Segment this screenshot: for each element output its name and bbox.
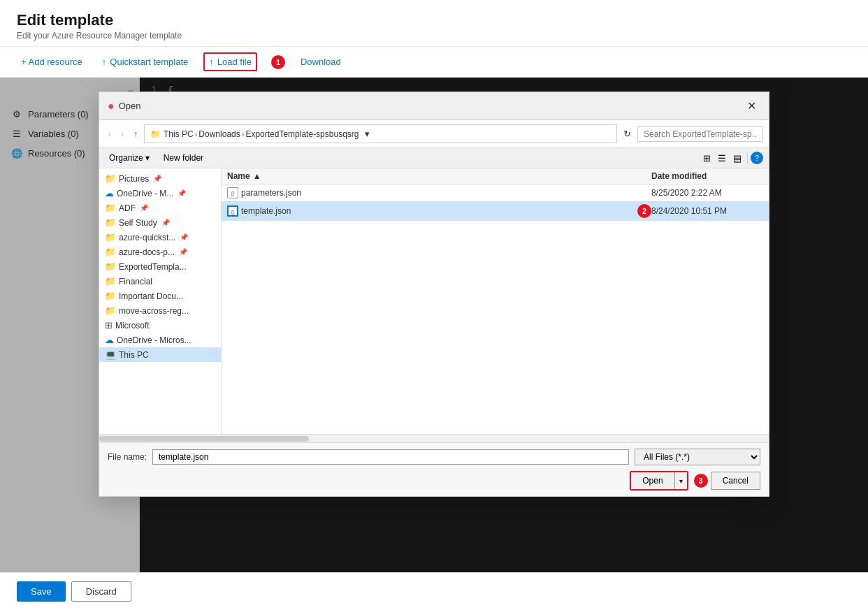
file-name-template: template.json bbox=[241, 206, 635, 216]
step-1-badge: 1 bbox=[271, 55, 285, 69]
view-divider bbox=[747, 152, 748, 164]
path-part-1[interactable]: This PC bbox=[164, 129, 194, 139]
scrollbar-thumb bbox=[99, 436, 309, 442]
add-resource-button[interactable]: + Add resource bbox=[17, 54, 87, 70]
address-dropdown-button[interactable]: ▾ bbox=[362, 127, 372, 140]
dialog-actions: Open ▾ 3 Cancel bbox=[108, 471, 760, 491]
upload-icon: ↑ bbox=[102, 57, 107, 67]
open-button[interactable]: Open bbox=[631, 472, 674, 489]
file-name-parameters: parameters.json bbox=[241, 188, 651, 198]
load-file-button[interactable]: ↑ Load file bbox=[203, 52, 257, 71]
folder-icon-financial: 📁 bbox=[105, 276, 116, 286]
dialog-close-button[interactable]: ✕ bbox=[743, 98, 760, 114]
cancel-button[interactable]: Cancel bbox=[711, 472, 760, 490]
file-toolbar: Organize ▾ New folder ⊞ ☰ ▤ ? bbox=[99, 148, 769, 168]
nav-item-important-docs[interactable]: 📁 Important Docu... bbox=[99, 289, 221, 303]
folder-icon: 📁 bbox=[150, 129, 161, 139]
nav-up-button[interactable]: ↑ bbox=[130, 127, 141, 141]
nav-item-adf[interactable]: 📁 ADF 📌 bbox=[99, 201, 221, 215]
step-3-badge: 3 bbox=[694, 474, 708, 488]
folder-icon-azuredocs: 📁 bbox=[105, 247, 116, 257]
discard-button[interactable]: Discard bbox=[71, 581, 131, 602]
sort-icon: ▲ bbox=[253, 171, 261, 181]
view-grid-button[interactable]: ⊞ bbox=[700, 152, 714, 165]
folder-icon-pictures: 📁 bbox=[105, 173, 116, 184]
nav-back-button[interactable]: ‹ bbox=[105, 127, 115, 141]
main-toolbar: + Add resource ↑ Quickstart template ↑ L… bbox=[0, 47, 868, 78]
content-area: « ⚙ Parameters (0) ☰ Variables (0) 🌐 Res… bbox=[0, 78, 868, 572]
path-part-2[interactable]: Downloads bbox=[198, 129, 240, 139]
view-list-button[interactable]: ☰ bbox=[715, 152, 729, 165]
filename-row: File name: All Files (*.*) bbox=[108, 449, 760, 465]
view-details-button[interactable]: ▤ bbox=[730, 152, 744, 165]
folder-icon-adf: 📁 bbox=[105, 203, 116, 213]
address-bar-row: ‹ › ↑ 📁 This PC › Downloads › ExportedTe… bbox=[99, 120, 769, 148]
dialog-title-text: ● Open bbox=[108, 100, 140, 112]
folder-icon-moveacross: 📁 bbox=[105, 305, 116, 316]
nav-item-azure-quickst[interactable]: 📁 azure-quickst... 📌 bbox=[99, 230, 221, 245]
pin-icon-azurequickst: 📌 bbox=[180, 233, 188, 241]
nav-item-this-pc[interactable]: 💻 This PC bbox=[99, 347, 221, 362]
pin-icon-pictures: 📌 bbox=[153, 175, 161, 182]
date-column-header[interactable]: Date modified bbox=[651, 171, 763, 181]
nav-item-onedrive-m[interactable]: ☁ OneDrive - M... 📌 bbox=[99, 186, 221, 201]
pc-icon: 💻 bbox=[105, 349, 116, 360]
nav-item-financial[interactable]: 📁 Financial bbox=[99, 274, 221, 289]
file-nav-pane: 📁 Pictures 📌 ☁ OneDrive - M... 📌 📁 ADF bbox=[99, 168, 222, 434]
nav-item-microsoft[interactable]: ⊞ Microsoft bbox=[99, 318, 221, 333]
page-title: Edit template bbox=[17, 11, 851, 29]
file-browser-body: 📁 Pictures 📌 ☁ OneDrive - M... 📌 📁 ADF bbox=[99, 168, 769, 434]
dialog-bottom: File name: All Files (*.*) Open ▾ 3 Canc… bbox=[99, 442, 769, 496]
page-footer: Save Discard bbox=[0, 572, 868, 610]
files-pane: Name ▲ Date modified {} parameters.json … bbox=[222, 168, 769, 434]
file-icon-parameters: {} bbox=[227, 187, 241, 198]
nav-forward-button[interactable]: › bbox=[117, 127, 127, 141]
new-folder-button[interactable]: New folder bbox=[159, 151, 208, 165]
help-button[interactable]: ? bbox=[751, 152, 763, 164]
path-part-3[interactable]: ExportedTemplate-spsbusqsrg bbox=[245, 129, 359, 139]
open-dropdown-button[interactable]: ▾ bbox=[675, 474, 687, 488]
file-date-template: 8/24/2020 10:51 PM bbox=[651, 206, 763, 216]
folder-icon-azurequickst: 📁 bbox=[105, 232, 116, 242]
dialog-overlay: ● Open ✕ ‹ › ↑ 📁 This PC › Dow bbox=[0, 78, 868, 572]
name-column-header[interactable]: Name ▲ bbox=[227, 171, 651, 181]
save-button[interactable]: Save bbox=[17, 581, 66, 602]
file-icon-template: {} bbox=[227, 205, 241, 217]
page-subtitle: Edit your Azure Resource Manager templat… bbox=[17, 31, 851, 41]
quickstart-button[interactable]: ↑ Quickstart template bbox=[98, 54, 193, 70]
path-sep-2: › bbox=[242, 130, 245, 138]
refresh-button[interactable]: ↻ bbox=[620, 126, 635, 141]
nav-item-exportedtempl[interactable]: 📁 ExportedTempla... bbox=[99, 259, 221, 274]
download-button[interactable]: Download bbox=[296, 54, 345, 70]
filename-input[interactable] bbox=[152, 449, 629, 465]
open-file-dialog: ● Open ✕ ‹ › ↑ 📁 This PC › Dow bbox=[99, 92, 769, 497]
open-button-group: Open ▾ bbox=[630, 471, 688, 491]
nav-item-azure-docs[interactable]: 📁 azure-docs-p... 📌 bbox=[99, 245, 221, 259]
organize-button[interactable]: Organize ▾ bbox=[105, 151, 154, 165]
pin-icon-adf: 📌 bbox=[140, 204, 148, 212]
nav-item-move-across[interactable]: 📁 move-across-reg... bbox=[99, 303, 221, 318]
nav-item-self-study[interactable]: 📁 Self Study 📌 bbox=[99, 215, 221, 230]
onedrive-icon-m: ☁ bbox=[105, 188, 114, 198]
microsoft-icon: ⊞ bbox=[105, 320, 113, 331]
upload-icon-2: ↑ bbox=[209, 57, 214, 67]
file-row-parameters[interactable]: {} parameters.json 8/25/2020 2:22 AM bbox=[222, 184, 769, 201]
nav-item-onedrive-ms[interactable]: ☁ OneDrive - Micros... bbox=[99, 333, 221, 347]
filename-label: File name: bbox=[108, 452, 147, 462]
address-bar[interactable]: 📁 This PC › Downloads › ExportedTemplate… bbox=[144, 124, 617, 143]
chrome-icon: ● bbox=[108, 100, 115, 112]
step-2-badge: 2 bbox=[637, 204, 651, 218]
path-sep-1: › bbox=[195, 130, 198, 138]
organize-dropdown-icon: ▾ bbox=[145, 153, 150, 163]
nav-item-pictures[interactable]: 📁 Pictures 📌 bbox=[99, 171, 221, 186]
view-icons: ⊞ ☰ ▤ ? bbox=[700, 152, 763, 165]
filetype-select[interactable]: All Files (*.*) bbox=[635, 449, 760, 465]
file-date-parameters: 8/25/2020 2:22 AM bbox=[651, 188, 763, 198]
file-row-template[interactable]: {} template.json 2 8/24/2020 10:51 PM bbox=[222, 201, 769, 221]
horizontal-scrollbar[interactable] bbox=[99, 434, 769, 442]
files-header: Name ▲ Date modified bbox=[222, 168, 769, 184]
pin-icon-azuredocs: 📌 bbox=[179, 248, 187, 256]
search-input[interactable] bbox=[637, 126, 763, 142]
pin-icon-onedrive-m: 📌 bbox=[178, 189, 186, 197]
onedrive-icon-ms: ☁ bbox=[105, 335, 114, 345]
